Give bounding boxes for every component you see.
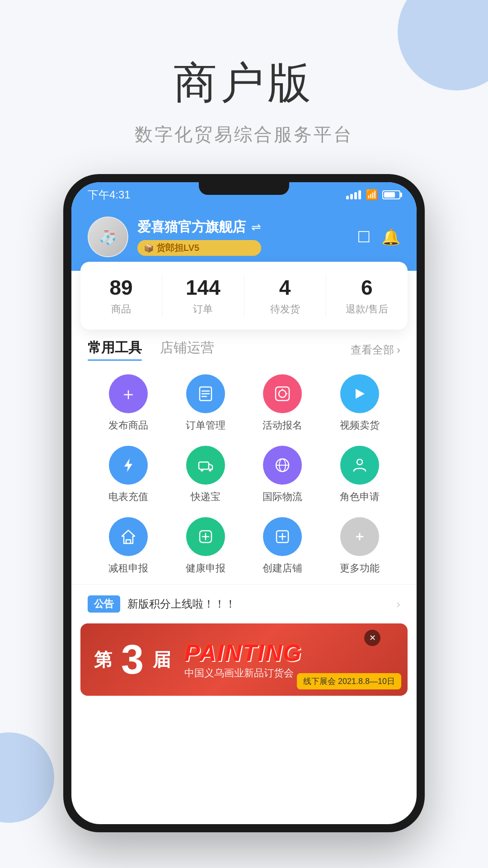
page-title: 商户版 [0, 54, 488, 113]
tool-electricity[interactable]: 电表充值 [92, 446, 165, 504]
tool-health-report[interactable]: 健康申报 [169, 517, 242, 575]
role-apply-icon [340, 446, 379, 485]
publish-product-label: 发布商品 [108, 419, 148, 432]
stat-refund-label: 退款/售后 [326, 302, 408, 316]
tool-rent-reduction[interactable]: 减租申报 [92, 517, 165, 575]
electricity-icon [109, 446, 148, 485]
create-store-label: 创建店铺 [263, 561, 302, 575]
banner-suffix: 届 [153, 647, 171, 672]
phone-frame: 下午4:31 📶 [63, 174, 425, 832]
rent-reduction-icon [109, 517, 148, 556]
banner-number: 3 [121, 639, 144, 680]
svg-marker-9 [124, 458, 132, 472]
phone-container: 下午4:31 📶 [0, 174, 488, 832]
stat-refund-number: 6 [326, 275, 408, 300]
stat-refund[interactable]: 6 退款/售后 [326, 275, 408, 316]
svg-point-11 [201, 469, 203, 472]
avatar: 🧦 [88, 217, 128, 257]
publish-product-icon: ＋ [109, 374, 148, 413]
status-icons: 📶 [346, 189, 400, 201]
video-sell-label: 视频卖货 [340, 419, 380, 432]
announcement-text: 新版积分上线啦！！！ [127, 597, 389, 611]
tool-order-manage[interactable]: 订单管理 [169, 374, 242, 432]
intl-logistics-label: 国际物流 [263, 490, 302, 504]
create-store-icon [263, 517, 302, 556]
tab-common-tools[interactable]: 常用工具 [88, 339, 142, 361]
stat-orders-label: 订单 [162, 302, 244, 316]
stat-orders[interactable]: 144 订单 [162, 275, 244, 316]
rent-reduction-label: 减租申报 [108, 561, 148, 575]
express-label: 快递宝 [191, 490, 221, 504]
video-sell-icon [340, 374, 379, 413]
announcement-bar[interactable]: 公告 新版积分上线啦！！！ › [71, 584, 417, 623]
banner-section[interactable]: 第 3 届 PAINTING 中国义乌画业新品订货会 ✕ 线下展会 2021.8… [80, 623, 408, 696]
page-header: 商户版 数字化贸易综合服务平台 [0, 0, 488, 174]
more-features-label: 更多功能 [340, 561, 380, 575]
stats-card: 89 商品 144 订单 4 待发货 6 退款/售后 [80, 262, 408, 330]
svg-point-5 [279, 390, 286, 397]
health-report-icon [186, 517, 225, 556]
tab-store-ops[interactable]: 店铺运营 [160, 339, 214, 361]
phone-notch [199, 182, 289, 195]
banner-close-button[interactable]: ✕ [364, 630, 380, 646]
store-name-row: 爱喜猫官方旗舰店 ⇌ [137, 218, 261, 236]
banner-painting-text: PAINTING [184, 639, 302, 666]
stat-pending-shipment[interactable]: 4 待发货 [244, 275, 326, 316]
header-right: ☐ 🔔 [357, 228, 400, 246]
header-left: 🧦 爱喜猫官方旗舰店 ⇌ 📦 货郎担LV5 [88, 217, 261, 257]
activity-signup-label: 活动报名 [263, 419, 302, 432]
more-features-icon [340, 517, 379, 556]
wifi-icon: 📶 [366, 189, 378, 201]
tool-video-sell[interactable]: 视频卖货 [324, 374, 396, 432]
signal-icon [346, 190, 361, 199]
phone-screen: 下午4:31 📶 [71, 182, 417, 824]
svg-point-12 [209, 469, 211, 472]
tool-create-store[interactable]: 创建店铺 [246, 517, 319, 575]
banner-subtitle-text: 中国义乌画业新品订货会 [184, 666, 302, 680]
banner-info: 线下展会 2021.8.8—10日 [297, 673, 401, 689]
status-time: 下午4:31 [88, 188, 131, 202]
level-badge: 📦 货郎担LV5 [137, 240, 261, 256]
app-header: 🧦 爱喜猫官方旗舰店 ⇌ 📦 货郎担LV5 ☐ [71, 208, 417, 271]
express-icon [186, 446, 225, 485]
order-manage-label: 订单管理 [186, 419, 225, 432]
health-report-label: 健康申报 [186, 561, 225, 575]
electricity-label: 电表充值 [108, 490, 148, 504]
announcement-arrow: › [396, 597, 400, 611]
tool-more-features[interactable]: 更多功能 [324, 517, 396, 575]
tabs-left: 常用工具 店铺运营 [88, 339, 214, 361]
tools-section: 常用工具 店铺运营 查看全部 › ＋ 发布商品 [71, 334, 417, 575]
view-all-button[interactable]: 查看全部 › [351, 343, 400, 357]
tool-intl-logistics[interactable]: 国际物流 [246, 446, 319, 504]
tool-grid: ＋ 发布商品 订单管理 活动报名 [88, 374, 400, 575]
banner-ordinal: 第 [94, 647, 112, 672]
tool-activity-signup[interactable]: 活动报名 [246, 374, 319, 432]
battery-icon [382, 190, 400, 199]
stat-pending-number: 4 [244, 275, 326, 300]
announcement-tag: 公告 [88, 595, 120, 613]
tool-express[interactable]: 快递宝 [169, 446, 242, 504]
stat-orders-number: 144 [162, 275, 244, 300]
intl-logistics-icon [263, 446, 302, 485]
stat-pending-label: 待发货 [244, 302, 326, 316]
stat-products[interactable]: 89 商品 [80, 275, 162, 316]
page-subtitle: 数字化贸易综合服务平台 [0, 122, 488, 147]
role-apply-label: 角色申请 [340, 490, 380, 504]
tool-role-apply[interactable]: 角色申请 [324, 446, 396, 504]
switch-icon[interactable]: ⇌ [251, 220, 261, 234]
stat-products-number: 89 [80, 275, 162, 300]
store-info: 爱喜猫官方旗舰店 ⇌ 📦 货郎担LV5 [137, 218, 261, 256]
stat-products-label: 商品 [80, 302, 162, 316]
order-manage-icon [186, 374, 225, 413]
tool-publish-product[interactable]: ＋ 发布商品 [92, 374, 165, 432]
tabs-header: 常用工具 店铺运营 查看全部 › [88, 339, 400, 361]
svg-marker-8 [356, 389, 365, 399]
svg-rect-10 [199, 462, 209, 469]
level-badge-text: 货郎担LV5 [156, 242, 199, 254]
activity-signup-icon [263, 374, 302, 413]
svg-point-16 [357, 459, 362, 465]
store-name: 爱喜猫官方旗舰店 [137, 218, 246, 236]
banner-text: PAINTING 中国义乌画业新品订货会 [184, 639, 302, 680]
scan-button[interactable]: ☐ [357, 228, 371, 246]
notification-button[interactable]: 🔔 [381, 228, 400, 246]
